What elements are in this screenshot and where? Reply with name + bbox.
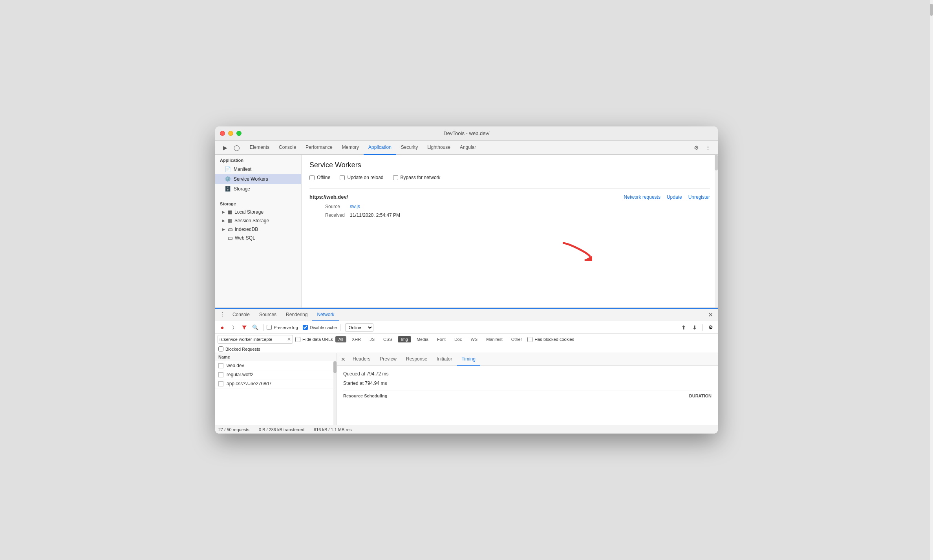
filter-doc-button[interactable]: Doc — [451, 336, 465, 342]
detail-tab-response[interactable]: Response — [401, 353, 432, 366]
filter-js-button[interactable]: JS — [366, 336, 378, 342]
filter-clear-button[interactable]: ✕ — [286, 337, 291, 342]
disable-cache-label[interactable]: Disable cache — [303, 325, 337, 330]
hide-data-urls-label[interactable]: Hide data URLs — [295, 337, 333, 342]
bypass-for-network-checkbox-label[interactable]: Bypass for network — [393, 175, 441, 180]
detail-panel: ✕ Headers Preview Response Initiator Tim… — [337, 353, 718, 425]
detail-tab-timing[interactable]: Timing — [457, 353, 480, 366]
toolbar-divider-2 — [340, 324, 340, 331]
sidebar-item-manifest-label: Manifest — [234, 167, 251, 172]
network-requests-link[interactable]: Network requests — [624, 194, 660, 200]
update-on-reload-checkbox[interactable] — [340, 175, 345, 180]
tab-console[interactable]: Console — [274, 141, 301, 155]
sidebar-item-local-storage[interactable]: ▶ ▦ Local Storage — [215, 208, 301, 216]
filter-css-button[interactable]: CSS — [380, 336, 395, 342]
blocked-requests-checkbox[interactable] — [218, 346, 223, 351]
export-button[interactable]: ⬇ — [690, 323, 699, 332]
request-item-1[interactable]: regular.woff2 — [215, 370, 337, 379]
filter-button[interactable] — [240, 323, 249, 332]
more-options-icon[interactable]: ⋮ — [703, 143, 713, 153]
import-button[interactable]: ⬆ — [679, 323, 688, 332]
toolbar-divider-3 — [702, 324, 703, 331]
sidebar-item-indexeddb[interactable]: ▶ 🗃 IndexedDB — [215, 225, 301, 234]
detail-close-button[interactable]: ✕ — [338, 355, 348, 364]
duration-label: DURATION — [689, 393, 712, 398]
resources-status: 616 kB / 1.1 MB res — [314, 427, 352, 432]
detail-tab-initiator[interactable]: Initiator — [432, 353, 457, 366]
request-item-0[interactable]: web.dev — [215, 361, 337, 370]
filter-img-button[interactable]: Img — [398, 336, 411, 342]
tab-sources-bottom[interactable]: Sources — [254, 309, 281, 321]
sidebar-item-session-storage[interactable]: ▶ ▦ Session Storage — [215, 216, 301, 225]
has-blocked-cookies-label[interactable]: Has blocked cookies — [527, 337, 574, 342]
hide-data-urls-checkbox[interactable] — [295, 337, 300, 342]
sidebar-item-service-workers[interactable]: ⚙️ Service Workers — [215, 174, 301, 184]
offline-checkbox[interactable] — [309, 175, 315, 180]
bypass-for-network-checkbox[interactable] — [393, 175, 398, 180]
tab-elements[interactable]: Elements — [245, 141, 274, 155]
filter-all-button[interactable]: All — [335, 336, 346, 342]
maximize-button[interactable] — [236, 131, 241, 136]
record-button[interactable]: ● — [218, 323, 227, 332]
detail-tabs: ✕ Headers Preview Response Initiator Tim… — [337, 353, 718, 366]
filter-other-button[interactable]: Other — [508, 336, 525, 342]
offline-checkbox-label[interactable]: Offline — [309, 175, 330, 180]
tab-memory[interactable]: Memory — [337, 141, 364, 155]
tab-lighthouse[interactable]: Lighthouse — [423, 141, 455, 155]
unregister-link[interactable]: Unregister — [688, 194, 710, 200]
name-column-header: Name — [218, 355, 230, 359]
filter-xhr-button[interactable]: XHR — [349, 336, 364, 342]
tab-rendering-bottom[interactable]: Rendering — [281, 309, 312, 321]
filter-media-button[interactable]: Media — [413, 336, 432, 342]
settings-icon[interactable]: ⚙ — [691, 143, 701, 153]
tab-angular[interactable]: Angular — [455, 141, 481, 155]
update-link[interactable]: Update — [667, 194, 682, 200]
filter-font-button[interactable]: Font — [434, 336, 449, 342]
cursor-icon[interactable]: ▶ — [220, 143, 230, 153]
network-settings-icon[interactable]: ⚙ — [706, 323, 715, 332]
disable-cache-checkbox[interactable] — [303, 325, 308, 330]
has-blocked-cookies-checkbox[interactable] — [527, 337, 532, 342]
detail-tab-headers[interactable]: Headers — [348, 353, 375, 366]
filter-input[interactable] — [220, 337, 286, 342]
sidebar-item-manifest[interactable]: 📄 Manifest — [215, 164, 301, 174]
tab-performance[interactable]: Performance — [301, 141, 337, 155]
sidebar-item-web-sql[interactable]: ▶ 🗃 Web SQL — [215, 234, 301, 242]
storage-section-header: Storage — [215, 198, 301, 208]
has-blocked-cookies-text: Has blocked cookies — [534, 337, 574, 342]
preserve-log-label[interactable]: Preserve log — [267, 325, 298, 330]
tab-application[interactable]: Application — [364, 141, 396, 155]
filter-ws-button[interactable]: WS — [467, 336, 481, 342]
update-on-reload-checkbox-label[interactable]: Update on reload — [340, 175, 383, 180]
device-icon[interactable]: ◯ — [232, 143, 242, 153]
search-button[interactable]: 🔍 — [251, 323, 260, 332]
close-button[interactable] — [220, 131, 225, 136]
tab-console-bottom[interactable]: Console — [228, 309, 254, 321]
request-list-scroll[interactable]: web.dev regular.woff2 app.css?v=6e2768d7 — [215, 361, 337, 425]
minimize-button[interactable] — [228, 131, 233, 136]
request-item-2[interactable]: app.css?v=6e2768d7 — [215, 379, 337, 388]
bottom-more-icon[interactable]: ⋮ — [217, 311, 228, 318]
request-list-scrollbar[interactable] — [333, 361, 337, 425]
filter-manifest-button[interactable]: Manifest — [483, 336, 506, 342]
detail-tab-preview[interactable]: Preview — [375, 353, 401, 366]
throttle-select[interactable]: Online Fast 3G Slow 3G Offline — [345, 323, 373, 332]
bottom-close-button[interactable]: ✕ — [705, 311, 716, 318]
request-item-icon-2 — [218, 381, 223, 386]
source-file-link[interactable]: sw.js — [350, 204, 360, 209]
sidebar-item-storage[interactable]: 🗄️ Storage — [215, 184, 301, 194]
sw-source-row: Source sw.js — [309, 204, 710, 209]
panel-scrollbar-thumb — [715, 155, 718, 170]
tab-security[interactable]: Security — [396, 141, 423, 155]
tab-network-bottom[interactable]: Network — [312, 309, 339, 321]
application-section-header: Application — [215, 155, 301, 164]
local-storage-icon: ▦ — [228, 209, 232, 215]
traffic-lights — [220, 131, 241, 136]
clear-button[interactable]: 〉 — [229, 323, 238, 332]
preserve-log-checkbox[interactable] — [267, 325, 272, 330]
sw-header: https://web.dev/ Network requests — [309, 194, 710, 200]
update-on-reload-label: Update on reload — [347, 175, 383, 180]
devtools-window: DevTools - web.dev/ ▶ ◯ Elements Console… — [215, 126, 718, 434]
panel-scrollbar[interactable] — [715, 155, 718, 307]
blocked-requests-label[interactable]: Blocked Requests — [218, 346, 260, 351]
